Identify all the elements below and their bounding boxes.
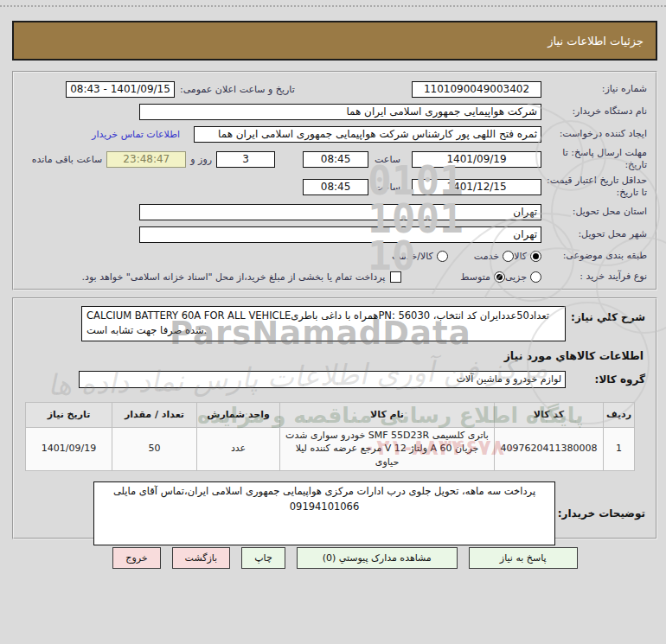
top-dotted-divider: [0, 5, 666, 7]
view-attachments-button[interactable]: مشاهده مدارک پیوستي (0): [297, 547, 458, 569]
need-number-row: شماره نیاز: 1101090049003402 تاریخ و ساع…: [22, 78, 647, 100]
radio-service-label: خدمت: [474, 251, 499, 262]
creator-row: ایجاد کننده درخواست: ثمره فتح اللهی پور …: [22, 123, 647, 145]
goods-group-label: گروه کالا:: [566, 373, 645, 386]
need-description-row: شرح کلي نیاز: CALCIUM BATTERY 60A FOR AL…: [24, 306, 645, 341]
reply-deadline-date-field[interactable]: 1401/09/19: [412, 151, 541, 168]
remaining-days-field: 3: [216, 151, 275, 168]
radio-option-goods[interactable]: کالا: [514, 251, 541, 262]
buyer-org-field[interactable]: شرکت هواپیمایی جمهوری اسلامی ایران هما: [139, 104, 541, 120]
cell-goods-name: باتری کلسیمی SMF 55D23R خودرو سواری شدت …: [280, 427, 495, 471]
col-header-goods-name: نام کالا: [280, 402, 495, 427]
need-description-field[interactable]: CALCIUM BATTERY 60A FOR ALL VEHICLEهمراه…: [81, 306, 566, 341]
price-validity-row: حداقل تاریخ اعتبار قیمت: تا تاریخ: 1401/…: [22, 173, 647, 201]
classification-row: طبقه بندی موضوعی: کالا خدمت کالا/خدمت: [22, 245, 647, 266]
exit-button[interactable]: خروج: [112, 547, 160, 569]
need-number-field[interactable]: 1101090049003402: [412, 81, 541, 98]
cell-row-number: 1: [604, 427, 635, 471]
price-validity-hour-label: ساعت: [375, 182, 400, 193]
goods-group-row: گروه کالا: لوازم خودرو و ماشین آلات: [24, 371, 645, 388]
radio-goods-service-label: کالا/خدمت: [392, 251, 433, 262]
buyer-contact-link[interactable]: اطلاعات تماس خریدار: [92, 129, 180, 140]
reply-deadline-label: مهلت ارسال پاسخ: تا تاریخ:: [541, 147, 647, 171]
classification-label: طبقه بندی موضوعی:: [541, 250, 647, 262]
radio-goods-label: کالا: [514, 251, 527, 262]
province-label: استان محل تحویل:: [541, 206, 647, 218]
treasury-checkbox-option[interactable]: پرداخت تمام یا بخشی از مبلغ خرید،از محل …: [82, 271, 402, 283]
announce-datetime-field[interactable]: 08:43 - 1401/09/15: [66, 81, 175, 98]
creator-field[interactable]: ثمره فتح اللهی پور کارشناس شرکت هواپیمای…: [194, 126, 541, 143]
price-validity-hour-field[interactable]: 08:45: [303, 179, 368, 195]
radio-option-minor[interactable]: جزیی: [505, 271, 541, 283]
process-type-row: نوع فرآیند خرید : جزیی متوسط پرداخت تمام…: [22, 266, 647, 287]
radio-medium-label: متوسط: [460, 271, 490, 283]
radio-medium-icon[interactable]: [494, 271, 505, 283]
radio-option-medium[interactable]: متوسط: [460, 271, 505, 283]
announce-label: تاریخ و ساعت اعلان عمومی:: [180, 84, 295, 95]
buyer-org-row: نام دستگاه خریدار: شرکت هواپیمایی جمهوری…: [22, 100, 647, 123]
remaining-suffix-label: ساعت باقی مانده: [32, 154, 103, 165]
price-validity-date-field[interactable]: 1401/12/15: [412, 179, 541, 195]
radio-goods-service-icon[interactable]: [437, 251, 448, 262]
price-validity-label: حداقل تاریخ اعتبار قیمت: تا تاریخ:: [541, 175, 647, 199]
radio-minor-icon[interactable]: [530, 271, 541, 283]
treasury-checkbox-label: پرداخت تمام یا بخشی از مبلغ خرید،از محل …: [82, 271, 386, 283]
radio-option-service[interactable]: خدمت: [474, 251, 514, 262]
creator-label: ایجاد کننده درخواست:: [541, 128, 647, 140]
col-header-goods-code: کد کالا: [495, 402, 604, 427]
general-info-section: شماره نیاز: 1101090049003402 تاریخ و ساع…: [12, 71, 657, 290]
radio-goods-icon[interactable]: [530, 251, 541, 262]
goods-group-field[interactable]: لوازم خودرو و ماشین آلات: [79, 371, 566, 388]
cell-unit: عدد: [197, 427, 280, 471]
goods-info-heading: اطلاعات کالاهاي مورد نیاز: [24, 349, 644, 362]
province-row: استان محل تحویل: تهران: [22, 201, 647, 223]
page-title: جزئیات اطلاعات نیاز: [548, 35, 644, 48]
remaining-days-label: روز و: [190, 154, 212, 165]
need-number-label: شماره نیاز:: [541, 83, 647, 95]
reply-deadline-hour-label: ساعت: [375, 154, 400, 165]
buyer-notes-field[interactable]: پرداخت سه ماهه، تحویل جلوی درب ادارات مر…: [93, 481, 555, 545]
city-row: شهر محل تحویل: تهران: [22, 223, 647, 245]
process-type-label: نوع فرآیند خرید :: [541, 271, 647, 283]
print-button[interactable]: چاپ: [241, 547, 285, 569]
announce-group: تاریخ و ساعت اعلان عمومی: 08:43 - 1401/0…: [66, 81, 295, 98]
city-label: شهر محل تحویل:: [541, 228, 647, 240]
goods-table-header-row: ردیف کد کالا نام کالا واحد شمارش تعداد /…: [26, 402, 635, 427]
remaining-time-field: 23:48:47: [106, 151, 186, 168]
back-button[interactable]: بازگشت: [172, 547, 231, 569]
col-header-quantity: تعداد / مقدار: [112, 402, 197, 427]
cell-goods-code: 4097620411380008: [495, 427, 604, 471]
radio-minor-label: جزیی: [505, 271, 527, 283]
reply-deadline-hour-field[interactable]: 08:45: [303, 151, 368, 168]
goods-table-wrapper: ردیف کد کالا نام کالا واحد شمارش تعداد /…: [40, 402, 635, 472]
page-title-bar: جزئیات اطلاعات نیاز: [12, 21, 657, 61]
cell-quantity: 50: [112, 427, 197, 471]
city-field[interactable]: تهران: [139, 226, 541, 243]
col-header-need-date: تاریخ نیاز: [26, 402, 112, 427]
col-header-unit: واحد شمارش: [197, 402, 280, 427]
goods-table: ردیف کد کالا نام کالا واحد شمارش تعداد /…: [25, 402, 635, 472]
reply-deadline-row: مهلت ارسال پاسخ: تا تاریخ: 1401/09/19 سا…: [22, 145, 647, 173]
reply-to-need-button[interactable]: پاسخ به نیاز: [469, 547, 578, 569]
col-header-row-number: ردیف: [604, 402, 635, 427]
goods-info-section: شرح کلي نیاز: CALCIUM BATTERY 60A FOR AL…: [12, 297, 657, 539]
goods-table-row: 1 4097620411380008 باتری کلسیمی SMF 55D2…: [26, 427, 635, 471]
action-buttons: پاسخ به نیاز مشاهده مدارک پیوستي (0) چاپ…: [0, 547, 666, 569]
buyer-org-label: نام دستگاه خریدار:: [541, 105, 647, 118]
cell-need-date: 1401/09/19: [26, 427, 112, 471]
radio-service-icon[interactable]: [503, 251, 514, 262]
province-field[interactable]: تهران: [139, 204, 541, 220]
need-description-label: شرح کلي نیاز:: [566, 311, 645, 323]
treasury-checkbox[interactable]: [390, 271, 401, 283]
buyer-notes-row: توضیحات خریدار: پرداخت سه ماهه، تحویل جل…: [24, 481, 645, 545]
buyer-notes-label: توضیحات خریدار:: [555, 507, 645, 520]
radio-option-goods-service[interactable]: کالا/خدمت: [392, 251, 448, 262]
need-details-page: جزئیات اطلاعات نیاز شماره نیاز: 11010900…: [0, 0, 666, 644]
